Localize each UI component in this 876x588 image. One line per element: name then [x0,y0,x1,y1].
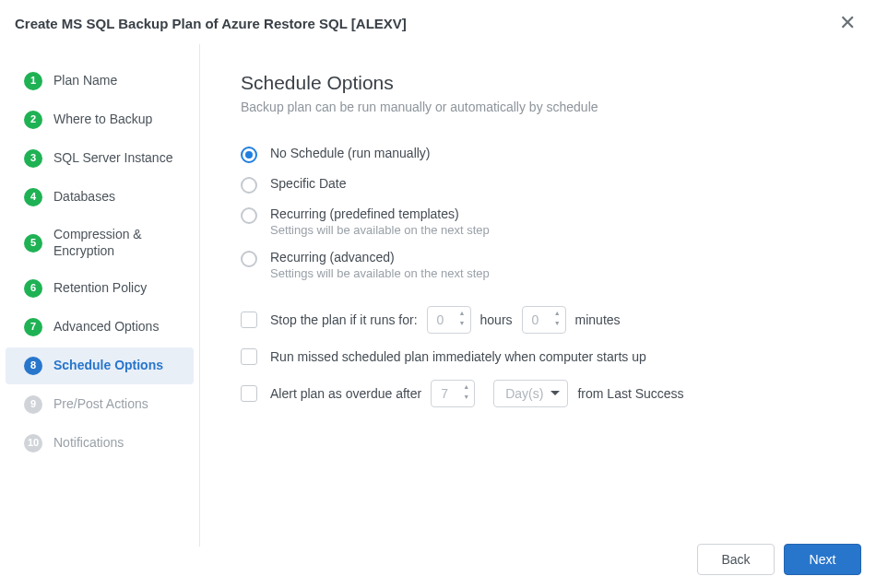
main-panel: Schedule Options Backup plan can be run … [200,44,876,547]
dialog-body: 1 Plan Name 2 Where to Backup 3 SQL Serv… [0,44,876,547]
sidebar-step-databases[interactable]: 4 Databases [6,179,194,216]
overdue-unit-select[interactable]: Day(s) [493,380,568,407]
dialog-header: Create MS SQL Backup Plan of Azure Resto… [0,0,876,44]
run-missed-row: Run missed scheduled plan immediately wh… [241,348,839,365]
step-number: 1 [24,72,42,90]
radio-icon [241,251,257,267]
radio-label: Recurring (predefined templates) [270,206,490,221]
page-title: Schedule Options [241,72,839,94]
step-number: 2 [24,111,42,129]
radio-no-schedule[interactable]: No Schedule (run manually) [241,146,839,163]
step-label: Databases [53,189,115,206]
step-label: Plan Name [53,73,117,89]
stop-plan-row: Stop the plan if it runs for: 0 ▲▼ hours… [241,306,839,334]
run-missed-checkbox[interactable] [241,348,257,365]
close-icon[interactable]: ✕ [834,11,861,35]
run-missed-label: Run missed scheduled plan immediately wh… [270,349,646,364]
step-number: 4 [24,188,42,206]
radio-recurring-advanced[interactable]: Recurring (advanced) Settings will be av… [241,250,839,280]
step-label: Compression & Encryption [53,227,181,259]
radio-label: Specific Date [270,176,346,191]
step-label: Notifications [53,435,124,452]
step-label: Schedule Options [53,358,163,374]
step-number: 6 [24,279,42,298]
radio-icon [241,147,257,163]
sidebar-step-advanced[interactable]: 7 Advanced Options [6,309,194,346]
next-button[interactable]: Next [784,544,861,575]
page-subtitle: Backup plan can be run manually or autom… [241,100,839,114]
hours-label: hours [480,312,513,327]
step-number: 7 [24,318,42,336]
spinner-arrows-icon: ▲▼ [463,383,469,400]
step-label: Where to Backup [53,112,152,128]
dialog-title: Create MS SQL Backup Plan of Azure Resto… [15,16,407,31]
sidebar-step-compression[interactable]: 5 Compression & Encryption [6,218,194,268]
overdue-checkbox[interactable] [241,385,257,402]
chevron-down-icon [550,391,560,395]
hours-stepper[interactable]: 0 ▲▼ [427,306,471,334]
step-number: 5 [24,234,42,253]
step-label: Retention Policy [53,280,147,297]
sidebar-step-plan-name[interactable]: 1 Plan Name [6,63,194,100]
step-label: Pre/Post Actions [53,396,148,413]
radio-icon [241,207,257,224]
sidebar-step-sql-instance[interactable]: 3 SQL Server Instance [6,140,194,177]
sidebar-step-schedule[interactable]: 8 Schedule Options [6,347,194,384]
spinner-arrows-icon: ▲▼ [459,310,466,326]
overdue-label: Alert plan as overdue after [270,386,421,401]
radio-hint: Settings will be available on the next s… [270,223,490,237]
wizard-sidebar: 1 Plan Name 2 Where to Backup 3 SQL Serv… [0,44,200,547]
spinner-arrows-icon: ▲▼ [554,310,561,326]
radio-label: Recurring (advanced) [270,250,490,265]
step-label: Advanced Options [53,319,159,335]
radio-icon [241,177,257,194]
overdue-suffix: from Last Success [577,386,683,401]
overdue-value-stepper[interactable]: 7 ▲▼ [431,380,475,407]
dialog-footer: Back Next [0,535,876,588]
sidebar-step-prepost[interactable]: 9 Pre/Post Actions [6,386,194,423]
step-number: 9 [24,395,42,414]
radio-specific-date[interactable]: Specific Date [241,176,839,194]
stop-plan-checkbox[interactable] [241,312,257,328]
stop-plan-label: Stop the plan if it runs for: [270,312,418,327]
overdue-row: Alert plan as overdue after 7 ▲▼ Day(s) … [241,380,839,407]
sidebar-step-retention[interactable]: 6 Retention Policy [6,270,194,307]
step-number: 3 [24,149,42,168]
step-number: 8 [24,357,42,375]
radio-hint: Settings will be available on the next s… [270,266,490,280]
sidebar-step-where-to-backup[interactable]: 2 Where to Backup [6,101,194,138]
minutes-label: minutes [575,312,621,327]
radio-label: No Schedule (run manually) [270,146,431,160]
back-button[interactable]: Back [697,544,775,575]
radio-recurring-predefined[interactable]: Recurring (predefined templates) Setting… [241,206,839,237]
minutes-stepper[interactable]: 0 ▲▼ [522,306,566,334]
sidebar-step-notifications[interactable]: 10 Notifications [6,425,194,462]
step-label: SQL Server Instance [53,150,172,167]
schedule-radio-group: No Schedule (run manually) Specific Date… [241,146,839,280]
step-number: 10 [24,434,42,453]
